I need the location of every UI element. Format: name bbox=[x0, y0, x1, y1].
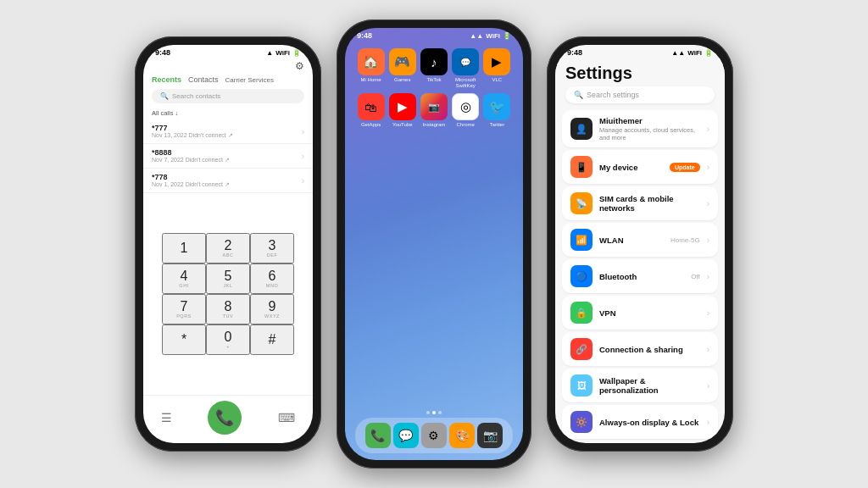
tab-contacts[interactable]: Contacts bbox=[188, 75, 219, 84]
app-swiftkey[interactable]: 💬 Microsoft SwiftKey bbox=[451, 48, 480, 88]
key-1[interactable]: 1 bbox=[162, 233, 206, 263]
app-vlc[interactable]: ▶ VLC bbox=[482, 48, 511, 88]
key-9[interactable]: 9WXYZ bbox=[250, 294, 294, 324]
search-placeholder: Search contacts bbox=[172, 92, 220, 100]
keypad: 1 2ABC 3DEF 4GHI 5JKL 6MNO 7PQRS 8TUV 9W… bbox=[143, 193, 313, 395]
time-dialer: 9:48 bbox=[155, 48, 170, 57]
keypad-row-2: 4GHI 5JKL 6MNO bbox=[143, 263, 313, 294]
settings-search[interactable]: 🔍 Search settings bbox=[565, 86, 715, 103]
key-2[interactable]: 2ABC bbox=[206, 233, 250, 263]
menu-icon[interactable]: ☰ bbox=[161, 411, 172, 424]
call-item-2[interactable]: *8888 Nov 7, 2022 Didn't connect ↗ › bbox=[143, 144, 313, 169]
settings-header: Settings 🔍 Search settings bbox=[555, 58, 725, 110]
key-5[interactable]: 5JKL bbox=[206, 263, 250, 294]
call-list: *777 Nov 13, 2022 Didn't connect ↗ › *88… bbox=[143, 119, 313, 193]
search-contacts[interactable]: 🔍 Search contacts bbox=[152, 89, 304, 103]
call-item-1[interactable]: *777 Nov 13, 2022 Didn't connect ↗ › bbox=[143, 119, 313, 144]
app-games[interactable]: 🎮 Games bbox=[388, 48, 417, 88]
dialer-bottom-bar: ☰ 📞 ⌨ bbox=[143, 395, 313, 443]
key-hash[interactable]: # bbox=[250, 324, 294, 355]
all-calls-label: All calls ↓ bbox=[143, 107, 313, 119]
key-8[interactable]: 8TUV bbox=[206, 294, 250, 324]
tab-recents[interactable]: Recents bbox=[152, 75, 181, 84]
app-chrome[interactable]: ◎ Chrome bbox=[451, 93, 480, 128]
status-bar-settings: 9:48 ▲▲ WiFi 🔋 bbox=[555, 45, 725, 58]
tab-carrier[interactable]: Carrier Services bbox=[225, 76, 274, 84]
settings-item-bluetooth[interactable]: 🔵 Bluetooth Off › bbox=[562, 259, 718, 293]
keypad-row-3: 7PQRS 8TUV 9WXYZ bbox=[143, 294, 313, 324]
dock-camera[interactable]: 📷 bbox=[477, 423, 503, 448]
settings-item-wlan[interactable]: 📶 WLAN Home-5G › bbox=[562, 223, 718, 257]
settings-list: 👤 Miuithemer Manage accounts, cloud serv… bbox=[555, 110, 725, 443]
dock: 📞 💬 ⚙ 🎨 📷 bbox=[355, 418, 513, 453]
dock-chat[interactable]: 💬 bbox=[393, 423, 419, 448]
app-twitter[interactable]: 🐦 Twitter bbox=[482, 93, 511, 128]
app-getapps[interactable]: 🛍 GetApps bbox=[357, 93, 386, 128]
status-bar-home: 9:48 ▲▲ WiFi 🔋 bbox=[345, 28, 523, 42]
phone-homescreen: 9:48 ▲▲ WiFi 🔋 🏠 Mi Home 🎮 Games bbox=[337, 19, 531, 469]
settings-icon[interactable]: ⚙ bbox=[295, 60, 304, 72]
settings-item-miuithemer[interactable]: 👤 Miuithemer Manage accounts, cloud serv… bbox=[562, 110, 718, 147]
dock-gallery[interactable]: 🎨 bbox=[449, 423, 475, 448]
app-instagram[interactable]: 📷 Instagram bbox=[420, 93, 448, 128]
phone-settings: 9:48 ▲▲ WiFi 🔋 Settings 🔍 Search setting… bbox=[547, 36, 733, 452]
settings-item-sim[interactable]: 📡 SIM cards & mobile networks › bbox=[562, 186, 718, 220]
keypad-row-4: * 0+ # bbox=[143, 324, 313, 355]
phone-dialer: 9:48 ▲ WiFi 🔋 ⚙ Recents Contacts Carrier… bbox=[135, 36, 321, 452]
time-settings: 9:48 bbox=[567, 48, 582, 57]
key-3[interactable]: 3DEF bbox=[250, 233, 294, 263]
app-grid: 🏠 Mi Home 🎮 Games ♪ TikTok 💬 Microsoft S… bbox=[345, 42, 523, 131]
settings-title: Settings bbox=[565, 62, 715, 86]
dock-phone[interactable]: 📞 bbox=[365, 423, 391, 448]
update-badge: Update bbox=[670, 163, 700, 172]
key-6[interactable]: 6MNO bbox=[250, 263, 294, 294]
settings-item-wallpaper[interactable]: 🖼 Wallpaper & personalization › bbox=[562, 369, 718, 402]
dock-settings[interactable]: ⚙ bbox=[421, 423, 447, 448]
call-item-3[interactable]: *778 Nov 1, 2022 Didn't connect ↗ › bbox=[143, 169, 313, 193]
settings-item-vpn[interactable]: 🔒 VPN › bbox=[562, 296, 718, 330]
key-star[interactable]: * bbox=[162, 324, 206, 355]
call-button[interactable]: 📞 bbox=[208, 401, 242, 435]
settings-item-my-device[interactable]: 📱 My device Update › bbox=[562, 150, 718, 184]
app-row-1: 🏠 Mi Home 🎮 Games ♪ TikTok 💬 Microsoft S… bbox=[355, 48, 513, 88]
app-tiktok[interactable]: ♪ TikTok bbox=[420, 48, 448, 88]
app-mi-home[interactable]: 🏠 Mi Home bbox=[357, 48, 386, 88]
dialer-tabs: Recents Contacts Carrier Services bbox=[143, 72, 313, 87]
app-youtube[interactable]: ▶ YouTube bbox=[388, 93, 417, 128]
settings-search-placeholder: Search settings bbox=[587, 91, 639, 99]
page-dots bbox=[345, 406, 523, 418]
settings-item-connection-sharing[interactable]: 🔗 Connection & sharing › bbox=[562, 332, 718, 366]
time-home: 9:48 bbox=[357, 31, 372, 40]
status-icons-dialer: ▲ WiFi 🔋 bbox=[266, 49, 301, 57]
status-bar-dialer: 9:48 ▲ WiFi 🔋 bbox=[143, 45, 313, 58]
key-4[interactable]: 4GHI bbox=[162, 263, 206, 294]
settings-item-aod[interactable]: 🔆 Always-on display & Lock › bbox=[562, 405, 718, 439]
key-7[interactable]: 7PQRS bbox=[162, 294, 206, 324]
keypad-icon[interactable]: ⌨ bbox=[278, 411, 295, 424]
app-row-2: 🛍 GetApps ▶ YouTube 📷 Instagram ◎ Chrome bbox=[355, 93, 513, 128]
key-0[interactable]: 0+ bbox=[206, 324, 250, 355]
keypad-row-1: 1 2ABC 3DEF bbox=[143, 233, 313, 263]
